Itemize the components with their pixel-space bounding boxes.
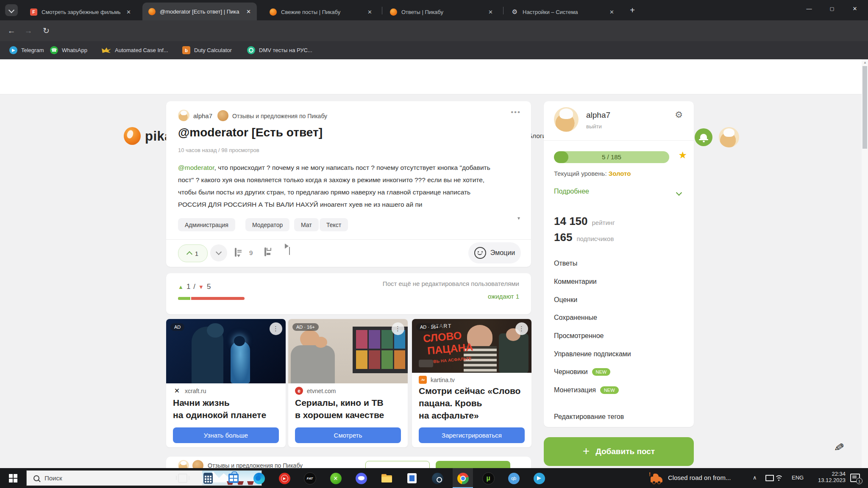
back-button[interactable]: ← <box>4 20 19 41</box>
action-center-icon[interactable]: 1 <box>850 474 860 484</box>
post-author-avatar[interactable] <box>178 110 189 121</box>
profile-settings-gear-icon[interactable]: ⚙ <box>675 110 683 120</box>
tag-mat[interactable]: Мат <box>294 218 319 231</box>
reload-button[interactable]: ↻ <box>39 20 53 41</box>
header-avatar[interactable] <box>719 127 739 147</box>
emotions-button[interactable]: Эмоции <box>468 242 521 263</box>
menu-drafts[interactable]: ЧерновикиNEW <box>554 368 610 376</box>
ad-options-icon[interactable]: ⋮ <box>270 322 282 335</box>
pikabu-logo-icon[interactable] <box>124 127 141 145</box>
details-link[interactable]: Подробнее <box>554 188 589 195</box>
menu-tag-editing[interactable]: Редактирование тегов <box>554 413 624 421</box>
edge-icon[interactable] <box>253 472 265 485</box>
comments-button[interactable] <box>235 249 236 256</box>
next-post-avatar[interactable] <box>178 460 189 468</box>
tag-text[interactable]: Текст <box>320 218 348 231</box>
telegram-app-icon[interactable] <box>533 472 545 485</box>
forward-button[interactable]: → <box>21 20 36 41</box>
traffic-alert-car-icon[interactable]: ! <box>651 473 662 484</box>
ad-options-icon[interactable]: ⋮ <box>392 322 404 335</box>
clock[interactable]: 22:34 13.12.2023 <box>807 471 846 483</box>
tag-administration[interactable]: Администрация <box>178 218 235 231</box>
network-device-icon[interactable] <box>765 475 774 483</box>
ad-title-line[interactable]: Начни жизнь <box>173 398 230 408</box>
profile-username[interactable]: alpha7 <box>586 111 610 120</box>
page-scrollbar[interactable]: ▲ <box>862 59 868 468</box>
window-minimize-button[interactable]: — <box>798 0 821 17</box>
bookmark-telegram[interactable]: Telegram <box>9 41 44 59</box>
task-view-icon[interactable] <box>176 472 189 485</box>
close-icon[interactable]: ✕ <box>366 9 374 15</box>
bookmark-whatsapp[interactable]: ☎ WhatsApp <box>50 41 87 59</box>
post-author[interactable]: alpha7 <box>193 112 212 119</box>
ad-title-line[interactable]: в хорошем качестве <box>295 410 384 420</box>
tag-moderator[interactable]: Модератор <box>245 218 289 231</box>
steam-icon[interactable] <box>431 472 444 485</box>
taskbar-search[interactable]: Поиск <box>26 470 262 486</box>
ad-title-line[interactable]: на одинокой планете <box>173 410 266 420</box>
community-icon[interactable] <box>192 460 203 468</box>
save-button[interactable] <box>264 248 266 256</box>
edit-pending-link[interactable]: ожидают 1 <box>488 293 519 300</box>
logout-link[interactable]: выйти <box>586 123 602 130</box>
ad-image-space[interactable]: AD ⋮ <box>166 319 286 383</box>
green-x-app-icon[interactable]: ✕ <box>329 472 342 485</box>
close-icon[interactable]: ✕ <box>487 9 495 15</box>
menu-comments[interactable]: Комментарии <box>554 278 597 286</box>
ad-cta-button[interactable]: Узнать больше <box>173 427 279 443</box>
start-button[interactable] <box>7 472 19 485</box>
ad-source[interactable]: e etvnet.com <box>295 387 336 395</box>
post-menu-icon[interactable]: ••• <box>511 108 521 116</box>
menu-ratings[interactable]: Оценки <box>554 296 577 304</box>
window-close-button[interactable]: ✕ <box>843 0 866 17</box>
ad-title-line[interactable]: пацана. Кровь <box>419 398 482 408</box>
window-maximize-button[interactable]: ▢ <box>821 0 843 17</box>
ad-image-tv[interactable]: AD · 16+ ⋮ <box>288 319 408 383</box>
close-icon[interactable]: ✕ <box>608 9 616 15</box>
tab-foreign-films[interactable]: F Смотреть зарубежные фильмы ✕ <box>24 3 137 20</box>
next-post-community[interactable]: Отзывы и предложения по Пикабу <box>208 462 303 468</box>
ad-image-poster[interactable]: START СЛОВО ПАЦАНА КРОВЬ НА АСФАЛЬТЕ AD … <box>412 319 531 373</box>
profile-avatar[interactable] <box>554 107 579 132</box>
ad-card-etvnet[interactable]: AD · 16+ ⋮ e etvnet.com Сериалы, кино и … <box>288 319 408 447</box>
ad-card-xcraft[interactable]: AD ⋮ ✕ xcraft.ru Начни жизнь на одинокой… <box>166 319 286 447</box>
ms-store-icon[interactable] <box>227 472 240 485</box>
upvote-button[interactable]: 1 <box>178 244 208 262</box>
discord-icon[interactable] <box>355 472 367 485</box>
language-indicator[interactable]: ENG <box>792 474 804 481</box>
close-icon[interactable]: ✕ <box>125 9 133 15</box>
menu-subscriptions[interactable]: Управление подписками <box>554 350 631 358</box>
add-post-button[interactable]: + Добавить пост <box>544 437 694 466</box>
qbittorrent-icon[interactable]: qb <box>507 472 520 485</box>
tab-answers[interactable]: Ответы | Пикабу ✕ <box>384 3 499 20</box>
bookmark-duty-calculator[interactable]: b Duty Calculator <box>182 41 232 59</box>
ad-cta-button[interactable]: Зарегистрироваться <box>419 427 525 443</box>
share-button[interactable] <box>289 247 290 255</box>
fat-game-icon[interactable]: FAT <box>303 472 316 485</box>
tab-moderator-post[interactable]: @moderator [Есть ответ] | Пика ✕ <box>142 3 257 20</box>
tab-fresh-posts[interactable]: Свежие посты | Пикабу ✕ <box>264 3 378 20</box>
next-post-primary-button[interactable] <box>436 461 510 468</box>
ad-options-icon[interactable]: ⋮ <box>515 322 528 335</box>
menu-viewed[interactable]: Просмотренное <box>554 332 604 340</box>
menu-monetization[interactable]: МонетизацияNEW <box>554 386 619 394</box>
scrollbar-up-arrow[interactable]: ▲ <box>863 61 867 64</box>
ad-title-line[interactable]: Сериалы, кино и ТВ <box>295 398 384 408</box>
post-title[interactable]: @moderator [Есть ответ] <box>178 126 323 139</box>
ad-card-kartina[interactable]: START СЛОВО ПАЦАНА КРОВЬ НА АСФАЛЬТЕ AD … <box>412 319 531 447</box>
ad-title-line[interactable]: на асфальте» <box>419 410 479 421</box>
mention-link[interactable]: @moderator <box>178 164 214 171</box>
menu-answers[interactable]: Ответы <box>554 260 577 267</box>
blue-document-app-icon[interactable] <box>406 472 418 485</box>
community-icon[interactable] <box>217 110 228 121</box>
downvote-button[interactable] <box>210 244 227 261</box>
ad-title-line[interactable]: Смотри сейчас «Слово <box>419 386 520 396</box>
youtube-music-icon[interactable]: ▶ <box>278 472 291 485</box>
ad-source[interactable]: ✕ xcraft.ru <box>173 387 206 395</box>
scrollbar-thumb[interactable] <box>862 66 867 149</box>
menu-saved[interactable]: Сохраненные <box>554 314 597 322</box>
taskbar-notification-text[interactable]: Closed road on from... <box>668 474 731 481</box>
utorrent-icon[interactable]: µ <box>482 472 495 485</box>
chevron-down-icon[interactable] <box>677 189 681 197</box>
tray-expand-chevron[interactable]: ∧ <box>753 474 757 481</box>
